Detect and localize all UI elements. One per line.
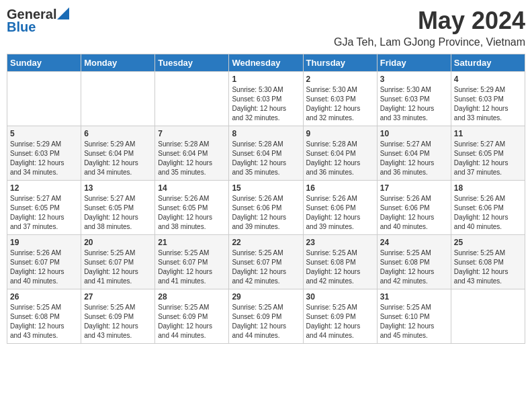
day-info: Sunrise: 5:25 AM Sunset: 6:08 PM Dayligh… xyxy=(380,248,448,286)
table-row: 6Sunrise: 5:29 AM Sunset: 6:04 PM Daylig… xyxy=(81,126,155,181)
col-sunday: Sunday xyxy=(7,54,81,72)
calendar-week-4: 19Sunrise: 5:26 AM Sunset: 6:07 PM Dayli… xyxy=(7,235,525,289)
table-row: 2Sunrise: 5:30 AM Sunset: 6:03 PM Daylig… xyxy=(303,72,377,126)
day-info: Sunrise: 5:25 AM Sunset: 6:08 PM Dayligh… xyxy=(454,248,522,286)
day-number: 17 xyxy=(380,183,448,193)
day-number: 7 xyxy=(158,129,226,138)
day-number: 31 xyxy=(380,292,448,302)
table-row: 26Sunrise: 5:25 AM Sunset: 6:08 PM Dayli… xyxy=(7,289,81,344)
table-row: 5Sunrise: 5:29 AM Sunset: 6:03 PM Daylig… xyxy=(7,126,81,181)
day-info: Sunrise: 5:25 AM Sunset: 6:10 PM Dayligh… xyxy=(380,303,448,340)
col-saturday: Saturday xyxy=(451,54,525,72)
calendar-week-3: 12Sunrise: 5:27 AM Sunset: 6:05 PM Dayli… xyxy=(7,181,525,235)
title-block: May 2024 GJa Teh, Lam GJong Province, Vi… xyxy=(334,7,525,48)
day-info: Sunrise: 5:25 AM Sunset: 6:09 PM Dayligh… xyxy=(158,303,226,340)
day-info: Sunrise: 5:25 AM Sunset: 6:08 PM Dayligh… xyxy=(306,248,374,286)
day-info: Sunrise: 5:28 AM Sunset: 6:04 PM Dayligh… xyxy=(232,140,300,177)
table-row xyxy=(7,72,81,126)
logo-blue-text: Blue xyxy=(7,19,36,35)
day-number: 2 xyxy=(306,75,374,84)
calendar-header-row: Sunday Monday Tuesday Wednesday Thursday… xyxy=(7,54,525,72)
table-row: 23Sunrise: 5:25 AM Sunset: 6:08 PM Dayli… xyxy=(303,235,377,289)
calendar-title: May 2024 xyxy=(334,7,525,35)
day-number: 14 xyxy=(158,183,226,193)
table-row: 16Sunrise: 5:26 AM Sunset: 6:06 PM Dayli… xyxy=(303,181,377,235)
day-number: 25 xyxy=(454,238,522,247)
table-row: 15Sunrise: 5:26 AM Sunset: 6:06 PM Dayli… xyxy=(229,181,303,235)
col-thursday: Thursday xyxy=(303,54,377,72)
table-row: 10Sunrise: 5:27 AM Sunset: 6:04 PM Dayli… xyxy=(377,126,451,181)
calendar-table: Sunday Monday Tuesday Wednesday Thursday… xyxy=(7,54,525,344)
table-row xyxy=(81,72,155,126)
table-row: 29Sunrise: 5:25 AM Sunset: 6:09 PM Dayli… xyxy=(229,289,303,344)
day-number: 10 xyxy=(380,129,448,138)
day-info: Sunrise: 5:26 AM Sunset: 6:06 PM Dayligh… xyxy=(380,194,448,232)
table-row: 30Sunrise: 5:25 AM Sunset: 6:09 PM Dayli… xyxy=(303,289,377,344)
col-wednesday: Wednesday xyxy=(229,54,303,72)
table-row: 3Sunrise: 5:30 AM Sunset: 6:03 PM Daylig… xyxy=(377,72,451,126)
day-info: Sunrise: 5:25 AM Sunset: 6:09 PM Dayligh… xyxy=(232,303,300,340)
day-number: 1 xyxy=(232,75,300,84)
day-info: Sunrise: 5:25 AM Sunset: 6:08 PM Dayligh… xyxy=(10,303,78,340)
table-row: 18Sunrise: 5:26 AM Sunset: 6:06 PM Dayli… xyxy=(451,181,525,235)
table-row: 24Sunrise: 5:25 AM Sunset: 6:08 PM Dayli… xyxy=(377,235,451,289)
day-number: 26 xyxy=(10,292,78,302)
day-number: 21 xyxy=(158,238,226,247)
day-info: Sunrise: 5:28 AM Sunset: 6:04 PM Dayligh… xyxy=(158,140,226,177)
day-info: Sunrise: 5:27 AM Sunset: 6:04 PM Dayligh… xyxy=(380,140,448,177)
day-number: 23 xyxy=(306,238,374,247)
table-row: 21Sunrise: 5:25 AM Sunset: 6:07 PM Dayli… xyxy=(155,235,229,289)
calendar-week-5: 26Sunrise: 5:25 AM Sunset: 6:08 PM Dayli… xyxy=(7,289,525,344)
table-row: 13Sunrise: 5:27 AM Sunset: 6:05 PM Dayli… xyxy=(81,181,155,235)
day-info: Sunrise: 5:26 AM Sunset: 6:06 PM Dayligh… xyxy=(232,194,300,232)
day-number: 11 xyxy=(454,129,522,138)
table-row: 28Sunrise: 5:25 AM Sunset: 6:09 PM Dayli… xyxy=(155,289,229,344)
table-row xyxy=(451,289,525,344)
table-row: 1Sunrise: 5:30 AM Sunset: 6:03 PM Daylig… xyxy=(229,72,303,126)
calendar-location: GJa Teh, Lam GJong Province, Vietnam xyxy=(334,36,525,48)
day-number: 5 xyxy=(10,129,78,138)
table-row: 12Sunrise: 5:27 AM Sunset: 6:05 PM Dayli… xyxy=(7,181,81,235)
day-number: 8 xyxy=(232,129,300,138)
col-tuesday: Tuesday xyxy=(155,54,229,72)
calendar-week-2: 5Sunrise: 5:29 AM Sunset: 6:03 PM Daylig… xyxy=(7,126,525,181)
day-number: 13 xyxy=(84,183,152,193)
col-monday: Monday xyxy=(81,54,155,72)
day-number: 3 xyxy=(380,75,448,84)
day-number: 20 xyxy=(84,238,152,247)
table-row: 7Sunrise: 5:28 AM Sunset: 6:04 PM Daylig… xyxy=(155,126,229,181)
day-number: 6 xyxy=(84,129,152,138)
day-info: Sunrise: 5:25 AM Sunset: 6:07 PM Dayligh… xyxy=(232,248,300,286)
logo-triangle-icon xyxy=(57,7,69,19)
day-info: Sunrise: 5:27 AM Sunset: 6:05 PM Dayligh… xyxy=(10,194,78,232)
table-row: 22Sunrise: 5:25 AM Sunset: 6:07 PM Dayli… xyxy=(229,235,303,289)
table-row: 31Sunrise: 5:25 AM Sunset: 6:10 PM Dayli… xyxy=(377,289,451,344)
day-number: 19 xyxy=(10,238,78,247)
day-info: Sunrise: 5:26 AM Sunset: 6:07 PM Dayligh… xyxy=(10,248,78,286)
svg-marker-0 xyxy=(57,7,69,19)
day-info: Sunrise: 5:25 AM Sunset: 6:07 PM Dayligh… xyxy=(158,248,226,286)
table-row: 19Sunrise: 5:26 AM Sunset: 6:07 PM Dayli… xyxy=(7,235,81,289)
day-info: Sunrise: 5:28 AM Sunset: 6:04 PM Dayligh… xyxy=(306,140,374,177)
day-info: Sunrise: 5:26 AM Sunset: 6:06 PM Dayligh… xyxy=(454,194,522,232)
day-info: Sunrise: 5:26 AM Sunset: 6:05 PM Dayligh… xyxy=(158,194,226,232)
table-row xyxy=(155,72,229,126)
table-row: 27Sunrise: 5:25 AM Sunset: 6:09 PM Dayli… xyxy=(81,289,155,344)
logo: General Blue xyxy=(7,7,69,35)
day-number: 9 xyxy=(306,129,374,138)
day-number: 16 xyxy=(306,183,374,193)
calendar-week-1: 1Sunrise: 5:30 AM Sunset: 6:03 PM Daylig… xyxy=(7,72,525,126)
day-info: Sunrise: 5:30 AM Sunset: 6:03 PM Dayligh… xyxy=(380,85,448,123)
day-number: 29 xyxy=(232,292,300,302)
day-info: Sunrise: 5:29 AM Sunset: 6:03 PM Dayligh… xyxy=(454,85,522,123)
table-row: 9Sunrise: 5:28 AM Sunset: 6:04 PM Daylig… xyxy=(303,126,377,181)
day-number: 15 xyxy=(232,183,300,193)
day-number: 24 xyxy=(380,238,448,247)
day-info: Sunrise: 5:29 AM Sunset: 6:04 PM Dayligh… xyxy=(84,140,152,177)
table-row: 14Sunrise: 5:26 AM Sunset: 6:05 PM Dayli… xyxy=(155,181,229,235)
day-info: Sunrise: 5:26 AM Sunset: 6:06 PM Dayligh… xyxy=(306,194,374,232)
table-row: 17Sunrise: 5:26 AM Sunset: 6:06 PM Dayli… xyxy=(377,181,451,235)
table-row: 20Sunrise: 5:25 AM Sunset: 6:07 PM Dayli… xyxy=(81,235,155,289)
table-row: 25Sunrise: 5:25 AM Sunset: 6:08 PM Dayli… xyxy=(451,235,525,289)
day-info: Sunrise: 5:25 AM Sunset: 6:09 PM Dayligh… xyxy=(306,303,374,340)
